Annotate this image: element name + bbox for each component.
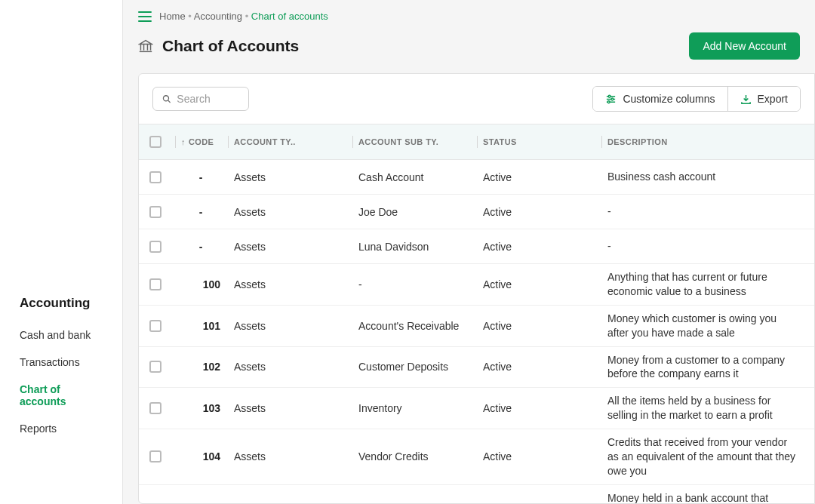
th-code[interactable]: ↑ CODE: [181, 137, 234, 146]
cell-code: 104: [181, 450, 234, 463]
th-status[interactable]: STATUS: [483, 137, 607, 146]
svg-point-8: [609, 95, 611, 97]
cell-subtype: Cash Account: [358, 171, 483, 183]
cell-code: 101: [181, 320, 234, 332]
sort-asc-icon: ↑: [181, 137, 186, 146]
cell-code: 102: [181, 361, 234, 373]
main: Home • Accounting • Chart of accounts Ch…: [123, 0, 815, 504]
cell-description: Business cash account: [607, 170, 804, 184]
cell-subtype: Inventory: [358, 402, 483, 414]
table-row[interactable]: 103AssetsInventoryActiveAll the items he…: [139, 388, 814, 429]
cell-subtype: Account's Receivable: [358, 320, 483, 332]
search-box[interactable]: [152, 87, 249, 111]
table-row[interactable]: -AssetsLuna DavidsonActive-: [139, 229, 814, 264]
cell-description: Money from a customer to a company befor…: [607, 353, 804, 382]
cell-status: Active: [483, 361, 607, 373]
sidebar-item[interactable]: Cash and bank: [0, 321, 122, 349]
row-checkbox[interactable]: [149, 278, 161, 290]
toolbar: Customize columns Export: [139, 74, 814, 124]
search-icon: [162, 94, 171, 104]
row-checkbox[interactable]: [149, 450, 161, 463]
bank-icon: [138, 39, 153, 53]
cell-subtype: Vendor Credits: [358, 450, 483, 463]
menu-icon[interactable]: [138, 11, 152, 22]
sidebar-item[interactable]: Reports: [0, 415, 122, 442]
svg-line-6: [168, 100, 171, 103]
cell-description: All the items held by a business for sel…: [607, 394, 804, 423]
sidebar-heading: Accounting: [0, 293, 122, 321]
cell-status: Active: [483, 320, 607, 332]
row-checkbox[interactable]: [149, 241, 161, 253]
row-checkbox[interactable]: [149, 361, 161, 373]
cell-code: -: [181, 241, 234, 253]
breadcrumb-item[interactable]: Chart of accounts: [251, 11, 328, 22]
download-icon: [740, 94, 752, 105]
svg-point-10: [611, 98, 614, 100]
cell-description: Credits that received from your vendor a…: [607, 435, 804, 478]
cell-code: -: [181, 171, 234, 183]
cell-type: Assets: [234, 278, 358, 290]
cell-description: -: [607, 239, 804, 254]
svg-point-12: [608, 100, 610, 103]
table-row[interactable]: 100Assets-ActiveAnything that has curren…: [139, 264, 814, 306]
cell-type: Assets: [234, 206, 358, 218]
customize-columns-button[interactable]: Customize columns: [593, 87, 727, 111]
cell-code: 103: [181, 402, 234, 414]
cell-type: Assets: [234, 450, 358, 463]
cell-code: 100: [181, 278, 234, 290]
row-checkbox[interactable]: [149, 320, 161, 332]
table-body: -AssetsCash AccountActiveBusiness cash a…: [139, 160, 814, 503]
cell-code: -: [181, 206, 234, 218]
cell-type: Assets: [234, 241, 358, 253]
customize-label: Customize columns: [623, 93, 715, 105]
accounts-panel: Customize columns Export ↑ CODE: [138, 73, 815, 504]
cell-status: Active: [483, 206, 607, 218]
th-subtype[interactable]: ACCOUNT SUB TY.: [358, 137, 483, 146]
cell-description: Money held in a bank account that requir…: [607, 491, 804, 503]
cell-description: -: [607, 204, 804, 219]
table-row[interactable]: 102AssetsCustomer DepositsActiveMoney fr…: [139, 347, 814, 389]
th-description[interactable]: DESCRIPTION: [607, 137, 804, 146]
table-row[interactable]: 105AssetsDepositsActiveMoney held in a b…: [139, 485, 814, 503]
cell-status: Active: [483, 402, 607, 414]
cell-status: Active: [483, 278, 607, 290]
table-header: ↑ CODE ACCOUNT TY.. ACCOUNT SUB TY. STAT…: [139, 124, 814, 160]
cell-description: Anything that has current or future econ…: [607, 270, 804, 299]
breadcrumb-item[interactable]: Home: [159, 11, 186, 22]
cell-subtype: Joe Doe: [358, 206, 483, 218]
table-row[interactable]: 101AssetsAccount's ReceivableActiveMoney…: [139, 306, 814, 347]
cell-type: Assets: [234, 171, 358, 183]
cell-status: Active: [483, 241, 607, 253]
table-row[interactable]: 104AssetsVendor CreditsActiveCredits tha…: [139, 429, 814, 485]
cell-subtype: -: [358, 278, 483, 290]
title-row: Chart of Accounts Add New Account: [123, 28, 815, 73]
row-checkbox[interactable]: [149, 171, 161, 183]
cell-type: Assets: [234, 320, 358, 332]
cell-type: Assets: [234, 402, 358, 414]
th-type[interactable]: ACCOUNT TY..: [234, 137, 358, 146]
sidebar: Accounting Cash and bankTransactionsChar…: [0, 0, 123, 504]
row-checkbox[interactable]: [149, 402, 161, 414]
table-row[interactable]: -AssetsCash AccountActiveBusiness cash a…: [139, 160, 814, 195]
cell-subtype: Luna Davidson: [358, 241, 483, 253]
cell-status: Active: [483, 171, 607, 183]
svg-point-5: [163, 96, 168, 101]
select-all-checkbox[interactable]: [149, 136, 161, 148]
breadcrumb: Home • Accounting • Chart of accounts: [123, 0, 815, 28]
export-button[interactable]: Export: [727, 87, 800, 111]
breadcrumb-item[interactable]: Accounting: [194, 11, 242, 22]
table-row[interactable]: -AssetsJoe DoeActive-: [139, 195, 814, 229]
export-label: Export: [758, 93, 788, 105]
row-checkbox[interactable]: [149, 206, 161, 218]
sidebar-item[interactable]: Transactions: [0, 349, 122, 376]
add-new-account-button[interactable]: Add New Account: [689, 32, 800, 60]
cell-type: Assets: [234, 361, 358, 373]
sidebar-item[interactable]: Chart of accounts: [0, 376, 122, 415]
page-title: Chart of Accounts: [162, 37, 299, 55]
cell-subtype: Customer Deposits: [358, 361, 483, 373]
cell-description: Money which customer is owing you after …: [607, 312, 804, 340]
cell-status: Active: [483, 450, 607, 463]
sliders-icon: [605, 94, 617, 105]
search-input[interactable]: [177, 93, 239, 105]
